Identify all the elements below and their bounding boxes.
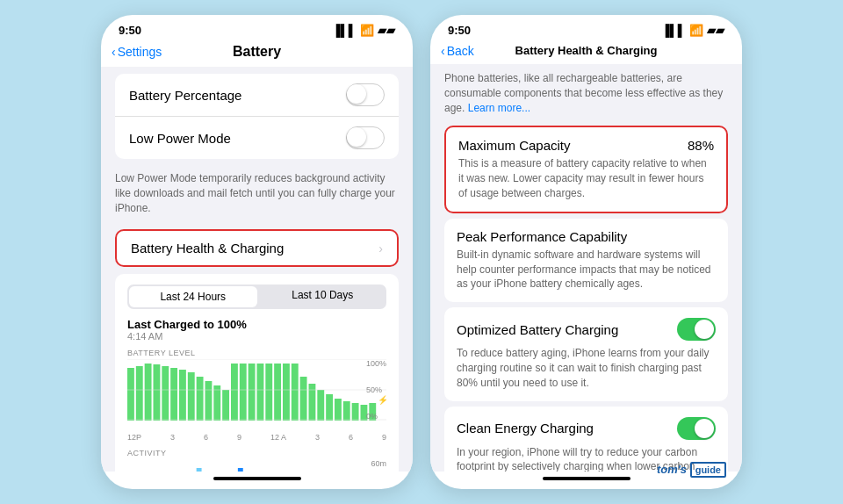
clean-energy-header: Clean Energy Charging bbox=[457, 417, 716, 440]
chevron-right-icon: › bbox=[378, 241, 383, 256]
peak-perf-note: Built-in dynamic software and hardware s… bbox=[457, 248, 716, 292]
battery-percentage-toggle[interactable] bbox=[346, 83, 385, 106]
optimized-charging-title: Optimized Battery Charging bbox=[457, 322, 618, 337]
status-time-right: 9:50 bbox=[448, 24, 471, 37]
svg-rect-47 bbox=[238, 468, 243, 472]
status-time-left: 9:50 bbox=[119, 24, 141, 37]
back-button-left[interactable]: ‹ Settings bbox=[112, 45, 162, 59]
optimized-charging-header: Optimized Battery Charging bbox=[457, 318, 716, 341]
optimized-charging-box: Optimized Battery Charging To reduce bat… bbox=[444, 307, 728, 400]
clean-energy-toggle[interactable] bbox=[677, 417, 716, 440]
peak-perf-title: Peak Performance Capability bbox=[457, 229, 716, 244]
svg-rect-20 bbox=[300, 377, 307, 421]
back-label-right[interactable]: Back bbox=[447, 44, 474, 58]
max-capacity-note: This is a measure of battery capacity re… bbox=[458, 156, 714, 200]
nav-bar-left: ‹ Settings Battery bbox=[101, 40, 413, 67]
svg-rect-9 bbox=[205, 381, 213, 421]
nav-bar-right: ‹ Back Battery Health & Charging bbox=[430, 40, 742, 64]
nav-title-left: Battery bbox=[233, 44, 281, 60]
battery-percentage-label: Battery Percentage bbox=[129, 88, 241, 103]
svg-rect-13 bbox=[240, 364, 247, 421]
battery-section: Last 24 Hours Last 10 Days Last Charged … bbox=[115, 274, 399, 472]
low-power-label: Low Power Mode bbox=[129, 131, 231, 146]
low-power-note: Low Power Mode temporarily reduces backg… bbox=[101, 166, 413, 222]
svg-rect-16 bbox=[265, 364, 272, 421]
svg-rect-0 bbox=[127, 368, 134, 421]
screenshot-wrapper: 9:50 ▐▌▌ 📶 ▰▰ ‹ Settings Battery Battery… bbox=[101, 15, 742, 489]
status-bar-right: 9:50 ▐▌▌ 📶 ▰▰ bbox=[430, 15, 742, 40]
svg-rect-24 bbox=[335, 399, 342, 421]
svg-rect-41 bbox=[197, 468, 202, 472]
nav-title-right: Battery Health & Charging bbox=[515, 44, 658, 57]
home-bar-right bbox=[543, 477, 630, 480]
svg-rect-5 bbox=[170, 368, 177, 421]
battery-health-link[interactable]: Battery Health & Charging › bbox=[115, 229, 399, 267]
svg-rect-25 bbox=[343, 401, 350, 421]
activity-chart-container: 60m 30m 0m bbox=[127, 459, 386, 472]
segment-24h[interactable]: Last 24 Hours bbox=[129, 286, 257, 307]
home-indicator-left bbox=[101, 472, 413, 489]
wifi-icon: 📶 bbox=[360, 24, 374, 37]
svg-rect-19 bbox=[292, 364, 299, 421]
svg-rect-12 bbox=[231, 364, 238, 421]
battery-icon-right: ▰▰ bbox=[707, 24, 724, 37]
battery-level-label: BATTERY LEVEL bbox=[127, 349, 386, 357]
max-capacity-title: Maximum Capacity bbox=[458, 138, 571, 153]
health-header-note: Phone batteries, like all rechargeable b… bbox=[430, 64, 742, 120]
peak-perf-box: Peak Performance Capability Built-in dyn… bbox=[444, 219, 728, 302]
home-bar-left bbox=[213, 477, 301, 480]
segment-control[interactable]: Last 24 Hours Last 10 Days bbox=[127, 284, 386, 309]
battery-icon: ▰▰ bbox=[378, 24, 395, 37]
svg-rect-21 bbox=[309, 384, 316, 421]
activity-y-labels: 60m 30m 0m bbox=[371, 459, 386, 472]
svg-rect-18 bbox=[283, 364, 290, 421]
svg-rect-8 bbox=[197, 377, 204, 421]
svg-rect-26 bbox=[352, 403, 359, 421]
svg-rect-1 bbox=[136, 366, 143, 421]
status-bar-left: 9:50 ▐▌▌ 📶 ▰▰ bbox=[101, 15, 413, 40]
wifi-icon-right: 📶 bbox=[689, 24, 703, 37]
optimized-charging-note: To reduce battery aging, iPhone learns f… bbox=[457, 346, 716, 390]
low-power-toggle[interactable] bbox=[346, 126, 385, 149]
battery-time-labels: 12P 3 6 9 12 A 3 6 9 bbox=[127, 433, 386, 442]
battery-chart-svg: ⚡ bbox=[127, 359, 386, 421]
battery-health-label: Battery Health & Charging bbox=[131, 241, 284, 256]
battery-percentage-row: Battery Percentage bbox=[115, 74, 399, 117]
learn-more-header[interactable]: Learn more... bbox=[468, 102, 530, 114]
segment-10d[interactable]: Last 10 Days bbox=[259, 284, 387, 309]
back-button-right[interactable]: ‹ Back bbox=[441, 44, 474, 58]
screen-content-right[interactable]: Phone batteries, like all rechargeable b… bbox=[430, 64, 742, 472]
svg-rect-11 bbox=[222, 390, 229, 421]
right-phone: 9:50 ▐▌▌ 📶 ▰▰ ‹ Back Battery Health & Ch… bbox=[430, 15, 742, 489]
svg-rect-6 bbox=[179, 370, 186, 421]
svg-rect-23 bbox=[326, 394, 333, 421]
svg-rect-22 bbox=[317, 390, 324, 421]
activity-chart-svg bbox=[127, 459, 386, 472]
max-capacity-value: 88% bbox=[688, 138, 714, 153]
max-capacity-row: Maximum Capacity 88% bbox=[458, 138, 714, 153]
screen-content-left[interactable]: Battery Percentage Low Power Mode Low Po… bbox=[101, 67, 413, 472]
status-icons-right: ▐▌▌ 📶 ▰▰ bbox=[661, 24, 724, 37]
optimized-charging-toggle[interactable] bbox=[677, 318, 716, 341]
signal-icon-right: ▐▌▌ bbox=[661, 24, 686, 37]
settings-group-toggles: Battery Percentage Low Power Mode bbox=[115, 74, 399, 159]
activity-label: ACTIVITY bbox=[127, 449, 386, 457]
max-capacity-box: Maximum Capacity 88% This is a measure o… bbox=[444, 126, 728, 212]
back-chevron-right: ‹ bbox=[441, 44, 445, 58]
svg-rect-2 bbox=[145, 364, 152, 421]
svg-rect-17 bbox=[274, 364, 281, 421]
watermark: tom's guide bbox=[657, 461, 726, 477]
signal-icon: ▐▌▌ bbox=[332, 24, 357, 37]
low-power-row: Low Power Mode bbox=[115, 117, 399, 159]
back-label-left[interactable]: Settings bbox=[118, 45, 162, 59]
charged-label: Last Charged to 100% bbox=[127, 318, 386, 331]
charged-time: 4:14 AM bbox=[127, 331, 386, 342]
clean-energy-title: Clean Energy Charging bbox=[457, 421, 594, 436]
svg-rect-3 bbox=[154, 364, 161, 421]
status-icons-left: ▐▌▌ 📶 ▰▰ bbox=[332, 24, 395, 37]
svg-rect-7 bbox=[188, 372, 195, 421]
svg-rect-14 bbox=[249, 364, 256, 421]
battery-y-labels: 100% 50% 0% bbox=[366, 359, 386, 421]
back-chevron-left: ‹ bbox=[112, 45, 116, 59]
left-phone: 9:50 ▐▌▌ 📶 ▰▰ ‹ Settings Battery Battery… bbox=[101, 15, 413, 489]
